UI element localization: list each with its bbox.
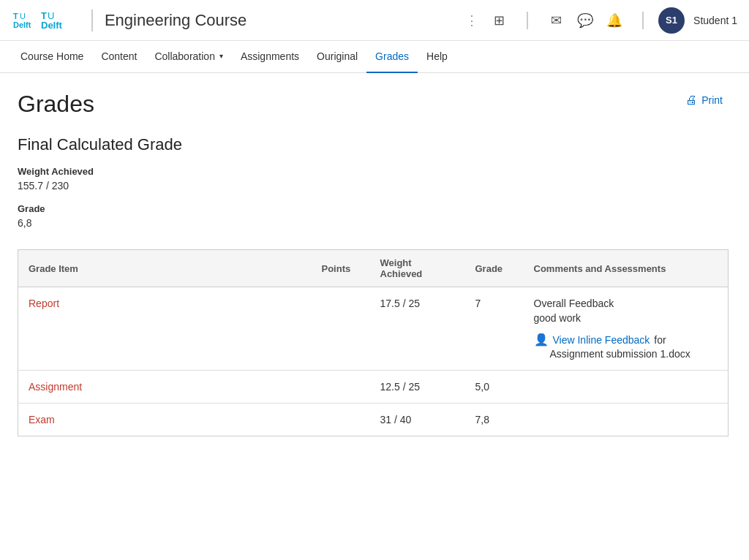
inline-feedback-icon: 👤	[534, 333, 549, 347]
chat-icon-button[interactable]: 💬	[572, 7, 598, 34]
nav-course-home[interactable]: Course Home	[12, 41, 92, 73]
cell-comments	[524, 371, 729, 404]
main-content: Grades 🖨 Print Final Calculated Grade We…	[0, 73, 746, 454]
cell-grade-item: Report	[18, 287, 312, 371]
final-grade-title: Final Calculated Grade	[18, 135, 729, 154]
user-name-label[interactable]: Student 1	[693, 15, 737, 26]
table-row: Report17.5 / 257Overall Feedbackgood wor…	[18, 287, 729, 371]
col-header-grade: Grade	[465, 250, 524, 287]
inline-feedback-section: 👤View Inline Feedback forAssignment subm…	[534, 333, 718, 360]
cell-comments	[524, 404, 729, 436]
app-header: T U Delft TU Delft Engineering Course ⋮ …	[0, 0, 749, 41]
col-header-item: Grade Item	[18, 250, 312, 287]
tudelft-logo-icon: T U Delft	[12, 7, 38, 34]
grid-icon-button[interactable]: ⊞	[486, 7, 512, 34]
collaboration-chevron-icon: ▾	[219, 52, 223, 60]
inline-feedback-suffix: for	[654, 334, 666, 346]
inline-feedback-link-text: View Inline Feedback	[553, 334, 650, 346]
svg-text:T: T	[13, 12, 18, 20]
grade-item-link[interactable]: Report	[29, 298, 59, 309]
nav-collaboration[interactable]: Collaboration ▾	[146, 41, 232, 73]
mail-icon-button[interactable]: ✉	[543, 7, 569, 34]
grade-value: 6,8	[18, 217, 729, 229]
nav-assignments[interactable]: Assignments	[232, 41, 308, 73]
nav-ouriginal[interactable]: Ouriginal	[308, 41, 366, 73]
header-dots-1[interactable]: ⋮	[461, 12, 483, 29]
header-divider-1	[91, 10, 93, 31]
inline-feedback-link[interactable]: 👤View Inline Feedback for	[534, 333, 718, 347]
print-button[interactable]: 🖨 Print	[680, 91, 729, 110]
cell-grade-item: Assignment	[18, 371, 312, 404]
nav-content[interactable]: Content	[92, 41, 146, 73]
cell-grade: 5,0	[465, 371, 524, 404]
cell-grade-item: Exam	[18, 404, 312, 436]
grade-label: Grade	[18, 203, 729, 214]
header-icons-group: ⋮ ⊞ ✉ 💬 🔔 S1 Student 1	[461, 7, 737, 34]
nav-grades[interactable]: Grades	[366, 41, 418, 73]
col-header-points: Points	[312, 250, 370, 287]
bell-icon: 🔔	[606, 12, 622, 29]
cell-grade: 7	[465, 287, 524, 371]
svg-text:Delft: Delft	[13, 20, 31, 29]
grades-table: Grade Item Points Weight Achieved Grade …	[18, 249, 729, 436]
nav-help[interactable]: Help	[418, 41, 456, 73]
mail-icon: ✉	[551, 12, 562, 29]
table-row: Assignment12.5 / 255,0	[18, 371, 729, 404]
bell-icon-button[interactable]: 🔔	[601, 7, 628, 34]
col-header-weight: Weight Achieved	[370, 250, 465, 287]
page-header: Grades 🖨 Print	[18, 91, 729, 118]
logo-delft: Delft	[41, 20, 62, 30]
table-header: Grade Item Points Weight Achieved Grade …	[18, 250, 729, 287]
print-label: Print	[701, 94, 723, 106]
cell-comments: Overall Feedbackgood work👤View Inline Fe…	[524, 287, 729, 371]
feedback-text: good work	[534, 312, 718, 324]
weight-achieved-label: Weight Achieved	[18, 166, 729, 177]
weight-achieved-value: 155.7 / 230	[18, 180, 729, 192]
cell-points	[312, 371, 370, 404]
table-row: Exam31 / 407,8	[18, 404, 729, 436]
cell-grade: 7,8	[465, 404, 524, 436]
chat-icon: 💬	[577, 12, 593, 29]
col-header-comments: Comments and Assessments	[524, 250, 729, 287]
header-divider-3	[642, 12, 644, 29]
user-avatar[interactable]: S1	[658, 7, 685, 34]
grid-icon: ⊞	[494, 12, 505, 29]
cell-points	[312, 404, 370, 436]
svg-text:U: U	[20, 12, 26, 20]
cell-points	[312, 287, 370, 371]
logo-tu: TU	[41, 11, 62, 20]
course-title: Engineering Course	[105, 11, 461, 30]
main-nav: Course Home Content Collaboration ▾ Assi…	[0, 41, 749, 73]
print-icon: 🖨	[685, 94, 697, 107]
final-grade-section: Final Calculated Grade Weight Achieved 1…	[18, 135, 729, 229]
page-title: Grades	[18, 91, 94, 118]
grade-item-link[interactable]: Exam	[29, 414, 55, 425]
cell-weight: 31 / 40	[370, 404, 465, 436]
feedback-overall-label: Overall Feedback	[534, 298, 718, 309]
grade-item-link[interactable]: Assignment	[29, 381, 82, 393]
cell-weight: 12.5 / 25	[370, 371, 465, 404]
logo[interactable]: T U Delft TU Delft	[12, 7, 62, 34]
table-body: Report17.5 / 257Overall Feedbackgood wor…	[18, 287, 729, 436]
cell-weight: 17.5 / 25	[370, 287, 465, 371]
inline-feedback-filename: Assignment submission 1.docx	[550, 348, 718, 360]
header-divider-2	[527, 12, 528, 29]
table-header-row: Grade Item Points Weight Achieved Grade …	[18, 250, 729, 287]
